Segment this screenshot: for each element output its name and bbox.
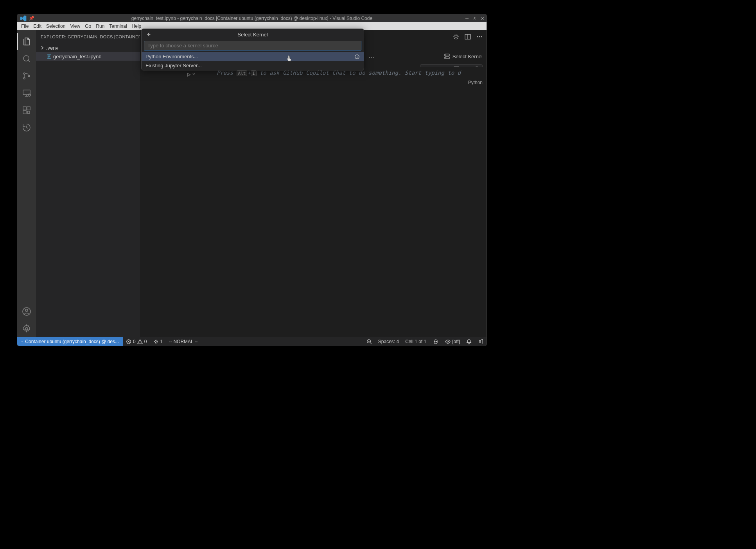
menu-terminal[interactable]: Terminal [107, 23, 129, 29]
cell-status[interactable]: Cell 1 of 1 [402, 339, 429, 344]
svg-point-2 [23, 77, 25, 79]
svg-point-14 [455, 36, 457, 38]
remote-status[interactable]: Container ubuntu (gerrychain_docs) @ des… [17, 337, 123, 346]
svg-point-18 [481, 36, 482, 38]
statusbar: Container ubuntu (gerrychain_docs) @ des… [17, 337, 487, 346]
quickinput-title: Select Kernel [237, 32, 268, 38]
quickinput-list: Python Environments... Existing Jupyter … [142, 52, 364, 70]
remote-icon [21, 339, 23, 344]
chevron-down-icon [192, 72, 196, 76]
minimize-button[interactable] [463, 14, 471, 22]
kernel-source-input[interactable] [144, 41, 361, 50]
notebook-file-icon [46, 54, 52, 59]
menu-edit[interactable]: Edit [31, 23, 44, 29]
menu-go[interactable]: Go [83, 23, 93, 29]
svg-point-33 [447, 341, 449, 342]
titlebar: 📌 gerrychain_test.ipynb - gerrychain_doc… [17, 14, 487, 22]
notebook-toolbar-overflow-icon[interactable]: ⋯ [368, 53, 375, 61]
window-controls [463, 14, 487, 22]
menu-view[interactable]: View [68, 23, 83, 29]
svg-point-32 [436, 341, 437, 342]
menu-help[interactable]: Help [129, 23, 144, 29]
kbd-alt: Alt [237, 70, 248, 76]
sidebar-folder-venv[interactable]: .venv [36, 43, 140, 52]
folder-label: .venv [46, 45, 58, 51]
file-label: gerrychain_test.ipynb [53, 54, 102, 59]
timeline-icon[interactable] [17, 119, 36, 136]
eye-icon [445, 339, 451, 344]
sidebar-file-notebook[interactable]: gerrychain_test.ipynb [36, 52, 140, 61]
svg-rect-7 [27, 107, 30, 110]
vim-mode-status: -- NORMAL -- [166, 339, 201, 344]
notifications-status[interactable] [463, 339, 475, 344]
split-editor-icon[interactable] [463, 32, 472, 41]
bell-icon [466, 339, 472, 344]
zoom-status[interactable] [363, 339, 375, 344]
account-icon[interactable] [17, 303, 36, 320]
window-title: gerrychain_test.ipynb - gerrychain_docs … [131, 16, 372, 21]
svg-point-0 [23, 56, 29, 61]
explorer-icon[interactable] [17, 33, 36, 50]
error-icon [126, 339, 131, 344]
more-actions-icon[interactable] [475, 32, 484, 41]
settings-gear-icon[interactable] [17, 320, 36, 337]
cell-language-label[interactable]: Python [196, 78, 487, 85]
source-control-icon[interactable] [17, 67, 36, 85]
body: EXPLORER: GERRYCHAIN_DOCS [CONTAINER U..… [17, 30, 487, 337]
editor-area: ⋯ Select Kernel Pre [140, 30, 487, 337]
feedback-status[interactable] [475, 339, 487, 344]
screencast-status[interactable]: [off] [442, 339, 463, 344]
quickinput-header: Select Kernel [142, 29, 364, 40]
vscode-logo-icon [20, 15, 27, 22]
warning-icon [137, 339, 143, 344]
svg-point-5 [28, 94, 31, 96]
ports-status[interactable]: 1 [150, 339, 166, 344]
sidebar: EXPLORER: GERRYCHAIN_DOCS [CONTAINER U..… [36, 30, 140, 337]
chevron-right-icon [40, 45, 45, 50]
svg-point-16 [477, 36, 478, 38]
play-icon [186, 72, 191, 77]
editor-title-actions [451, 32, 484, 41]
quickinput-item-jupyter-server[interactable]: Existing Jupyter Server... [142, 61, 364, 70]
svg-point-22 [445, 58, 446, 58]
menu-file[interactable]: File [19, 23, 31, 29]
copilot-icon [433, 338, 439, 345]
feedback-icon [478, 339, 483, 344]
quickinput-item-python-env[interactable]: Python Environments... [142, 52, 364, 61]
sidebar-header: EXPLORER: GERRYCHAIN_DOCS [CONTAINER U..… [36, 30, 140, 43]
extensions-icon[interactable] [17, 102, 36, 119]
remote-explorer-icon[interactable] [17, 85, 36, 102]
zoom-icon [366, 339, 372, 344]
kernel-picker-button[interactable]: Select Kernel [444, 53, 483, 59]
kernel-quickinput: Select Kernel Python Environments... Exi… [141, 29, 364, 70]
server-icon [444, 53, 450, 59]
svg-point-12 [25, 328, 28, 330]
svg-point-3 [28, 75, 30, 77]
svg-point-11 [25, 309, 28, 311]
maximize-button[interactable] [471, 14, 479, 22]
svg-point-17 [479, 36, 480, 38]
activity-bar [17, 30, 36, 337]
problems-status[interactable]: 0 0 [123, 339, 150, 344]
svg-point-31 [435, 341, 435, 342]
menu-selection[interactable]: Selection [44, 23, 68, 29]
broadcast-icon [153, 339, 158, 344]
search-icon[interactable] [17, 50, 36, 67]
info-icon[interactable] [354, 54, 360, 59]
svg-rect-6 [23, 107, 26, 110]
spaces-status[interactable]: Spaces: 4 [375, 339, 402, 344]
svg-rect-8 [23, 111, 26, 114]
copilot-status-icon[interactable] [429, 338, 442, 345]
svg-rect-9 [27, 111, 30, 113]
svg-point-21 [445, 55, 446, 55]
svg-point-1 [23, 73, 25, 74]
close-button[interactable] [479, 14, 487, 22]
back-button[interactable] [145, 31, 153, 38]
pin-icon: 📌 [29, 16, 34, 21]
customize-notebook-icon[interactable] [451, 32, 461, 41]
kernel-label: Select Kernel [453, 54, 483, 59]
menu-run[interactable]: Run [93, 23, 107, 29]
kbd-i: I [251, 70, 257, 76]
